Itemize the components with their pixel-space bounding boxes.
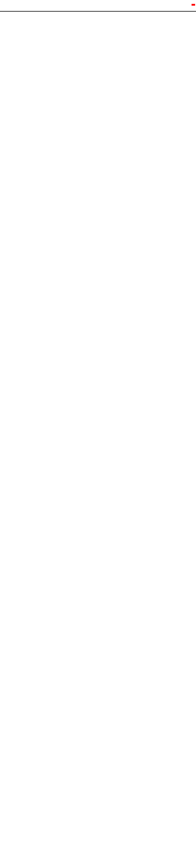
header-red-marker (192, 4, 195, 6)
event-header (0, 0, 196, 0)
trace-list (0, 11, 196, 11)
